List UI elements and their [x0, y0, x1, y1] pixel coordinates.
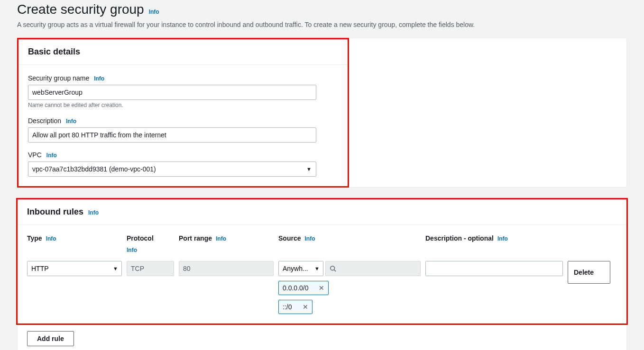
- rule-protocol-input: [127, 261, 174, 276]
- col-port-info[interactable]: Info: [216, 235, 226, 242]
- inbound-rules-title: Inbound rules: [27, 207, 83, 217]
- sg-name-input[interactable]: [28, 85, 316, 100]
- svg-line-1: [334, 270, 336, 272]
- col-protocol-info[interactable]: Info: [127, 247, 137, 253]
- source-tag-label: 0.0.0.0/0: [283, 284, 309, 292]
- vpc-label: VPC: [28, 151, 42, 159]
- add-rule-button[interactable]: Add rule: [27, 331, 74, 346]
- close-icon[interactable]: ✕: [302, 303, 309, 311]
- basic-details-panel-right: [349, 38, 627, 188]
- inbound-rules-panel: Inbound rules Info Type Info Protocol In…: [17, 199, 627, 350]
- page-info-link[interactable]: Info: [149, 9, 159, 15]
- sg-name-info-link[interactable]: Info: [94, 75, 104, 82]
- inbound-info-link[interactable]: Info: [88, 209, 99, 216]
- description-label: Description: [28, 117, 61, 125]
- basic-details-panel: Basic details Security group name Info N…: [17, 38, 349, 188]
- col-source-label: Source: [278, 234, 301, 242]
- description-info-link[interactable]: Info: [66, 118, 76, 125]
- col-source-info[interactable]: Info: [304, 235, 315, 242]
- description-input[interactable]: [28, 127, 316, 143]
- source-tag-label: ::/0: [283, 303, 292, 311]
- vpc-info-link[interactable]: Info: [46, 152, 57, 159]
- svg-point-0: [331, 266, 335, 270]
- search-icon: [330, 265, 336, 272]
- vpc-select[interactable]: [28, 162, 316, 177]
- rule-port-input: [179, 261, 274, 276]
- col-desc-info[interactable]: Info: [497, 235, 508, 242]
- basic-details-title: Basic details: [28, 47, 80, 57]
- rule-description-input[interactable]: [425, 261, 563, 276]
- col-desc-label: Description - optional: [425, 234, 494, 242]
- rule-type-select[interactable]: [27, 261, 122, 276]
- page-title: Create security group: [17, 2, 144, 17]
- col-port-label: Port range: [179, 234, 212, 242]
- rule-source-search[interactable]: [325, 261, 421, 276]
- sg-name-label: Security group name: [28, 74, 89, 82]
- rule-source-type-select[interactable]: [278, 261, 323, 276]
- page-subtitle: A security group acts as a virtual firew…: [17, 21, 627, 38]
- col-protocol-label: Protocol: [127, 234, 154, 242]
- sg-name-helper: Name cannot be edited after creation.: [28, 102, 338, 108]
- col-type-info[interactable]: Info: [46, 235, 56, 242]
- source-tag: 0.0.0.0/0 ✕: [278, 281, 329, 295]
- col-type-label: Type: [27, 234, 42, 242]
- source-tag: ::/0 ✕: [278, 300, 313, 314]
- delete-rule-button[interactable]: Delete: [568, 261, 610, 284]
- close-icon[interactable]: ✕: [318, 284, 325, 292]
- source-tags: 0.0.0.0/0 ✕ ::/0 ✕: [278, 281, 421, 314]
